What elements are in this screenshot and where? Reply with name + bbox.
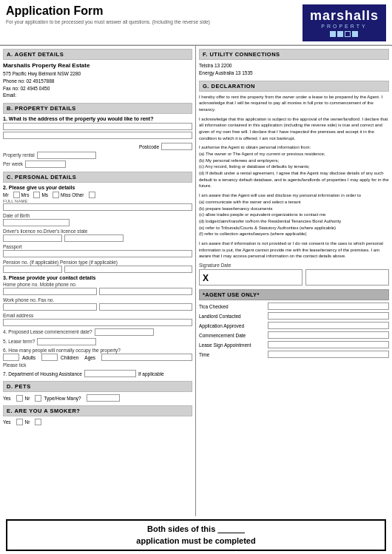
bottom-notice-text: Both sides of this application must be c… [13, 524, 379, 547]
lease-term-input[interactable] [37, 338, 96, 345]
ages-input[interactable] [101, 354, 192, 361]
q4-label: 4. Proposed Lease commencement date? [3, 329, 92, 334]
children-label: Children [61, 355, 78, 360]
landlord-label: Landlord Contacted [199, 314, 266, 319]
section-agent-details: A. AGENT DETAILS Marshalls Property Real… [3, 49, 192, 99]
app-approved-row: Application Approved [199, 322, 389, 329]
pets-type-input[interactable] [87, 394, 120, 402]
signature-box[interactable]: X [199, 269, 303, 286]
ages-label: Ages [84, 355, 95, 360]
miss-other-checkbox[interactable] [89, 192, 95, 198]
app-approved-input[interactable] [268, 322, 389, 329]
children-input[interactable] [41, 354, 58, 361]
company-logo: marshalls PROPERTY [303, 4, 386, 41]
lease-date-input[interactable] [95, 328, 154, 336]
postcode-input[interactable] [161, 143, 192, 150]
tica-label: Tica Checked [199, 304, 266, 309]
pets-no-label: Nr [25, 396, 30, 401]
q1-label: 1. What is the address of the property y… [3, 116, 192, 121]
header-subtitle: For your application to be processed you… [6, 19, 210, 24]
address-input-2[interactable] [3, 132, 192, 139]
work-phone-label: Work phone no. Fax no. [3, 297, 192, 303]
section-pets: D. PETS Yes Nr Type/How Many? [3, 381, 192, 402]
adults-input[interactable] [3, 354, 19, 361]
dob-group: Date of Birth [3, 213, 192, 226]
signature-group: Signature Date X [199, 263, 389, 286]
full-name-group: FULL NAME [3, 199, 192, 211]
lease-sign-input[interactable] [268, 341, 389, 348]
licence-group: Driver's licence no.Driver's licence sta… [3, 229, 192, 242]
decl-para-3: I authorise the Agent to obtain personal… [199, 144, 389, 189]
commencement-input[interactable] [268, 331, 389, 339]
decl-para-5: I am aware that if information is not pr… [199, 240, 389, 260]
pension-no-input[interactable] [3, 266, 62, 273]
mr-checkbox[interactable] [13, 192, 20, 198]
smoker-no-checkbox[interactable] [35, 419, 41, 425]
work-phone-group: Work phone no. Fax no. [3, 297, 192, 311]
pension-group: Pension no. (If applicable) Pension type… [3, 260, 192, 273]
time-input[interactable] [268, 351, 389, 358]
pension-label: Pension no. (If applicable) Pension type… [3, 260, 192, 265]
pets-header: D. PETS [3, 381, 192, 392]
address-input[interactable] [3, 123, 192, 130]
mrs-label: Mrs [21, 192, 30, 197]
landlord-input[interactable] [268, 312, 389, 320]
per-week-input[interactable] [25, 161, 66, 168]
smoker-yes-checkbox[interactable] [16, 419, 23, 425]
housing-input[interactable] [84, 370, 136, 377]
decl-para-2: I acknowledge that this application is s… [199, 116, 389, 142]
left-column: A. AGENT DETAILS Marshalls Property Real… [0, 46, 196, 516]
tica-input[interactable] [268, 303, 389, 310]
adults-label: Adults [22, 355, 36, 360]
declaration-text: I hereby offer to rent the property from… [199, 94, 389, 260]
work-phone-input[interactable] [3, 303, 97, 311]
postcode-row: Postcode [3, 143, 192, 150]
email-group: Email address [3, 313, 192, 326]
signature-placeholder: X [203, 273, 209, 283]
agent-use-only-header: *AGENT USE ONLY* [199, 289, 389, 300]
mrs-checkbox[interactable] [33, 192, 40, 198]
logo-decoration [330, 31, 358, 37]
bottom-line1: Both sides of this [147, 524, 245, 533]
smoker-row: Yes Nr [3, 419, 192, 425]
full-name-input[interactable] [3, 203, 192, 211]
mobile-phone-input[interactable] [99, 288, 193, 295]
home-phone-label: Home phone no. Mobile phone no. [3, 282, 192, 287]
pension-type-input[interactable] [64, 266, 192, 273]
pets-no-checkbox[interactable] [35, 395, 41, 402]
passport-input[interactable] [3, 250, 192, 257]
pets-yes-checkbox[interactable] [16, 395, 23, 402]
postcode-label: Postcode [139, 144, 159, 149]
property-rental-input[interactable] [37, 152, 96, 159]
smoker-yes-label: Yes [3, 419, 11, 425]
occupants-group: 6. How many people will normally occupy … [3, 348, 192, 368]
lease-term-group: 5. Lease term? [3, 338, 192, 345]
lease-sign-row: Lease Sign Appointment [199, 341, 389, 348]
telstra-info: Telstra 13 2200 [199, 62, 389, 70]
dob-label: Date of Birth [3, 213, 192, 218]
section-smoker: E. ARE YOU A SMOKER? Yes Nr [3, 405, 192, 425]
agent-phone: Phone no: 02 49157888 [3, 78, 192, 85]
passport-label: Passport [3, 244, 192, 249]
fax-input[interactable] [99, 303, 193, 311]
landlord-row: Landlord Contacted [199, 312, 389, 320]
home-phone-input[interactable] [3, 288, 97, 295]
app-approved-label: Application Approved [199, 323, 266, 328]
right-column: F. UTILITY CONNECTIONS Telstra 13 2200 E… [196, 46, 392, 516]
mr-label: Mr [3, 192, 9, 197]
logo-sq-4 [352, 31, 358, 37]
miss-other-label: Miss Other [61, 192, 84, 197]
title-row: Mr Mrs Ms Miss Other [3, 192, 192, 198]
signature-date-input[interactable] [305, 269, 389, 286]
if-applicable-label: If applicable [138, 371, 164, 376]
ms-checkbox[interactable] [53, 192, 59, 198]
lease-sign-label: Lease Sign Appointment [199, 342, 266, 348]
dob-input[interactable] [3, 219, 70, 226]
licence-number-input[interactable] [3, 234, 62, 242]
email-input[interactable] [3, 319, 192, 326]
lease-date-group: 4. Proposed Lease commencement date? [3, 328, 192, 336]
utility-header: F. UTILITY CONNECTIONS [199, 49, 389, 60]
licence-state-input[interactable] [64, 234, 124, 242]
pension-inputs-row [3, 266, 192, 273]
commencement-label: Commencement Date [199, 333, 266, 338]
